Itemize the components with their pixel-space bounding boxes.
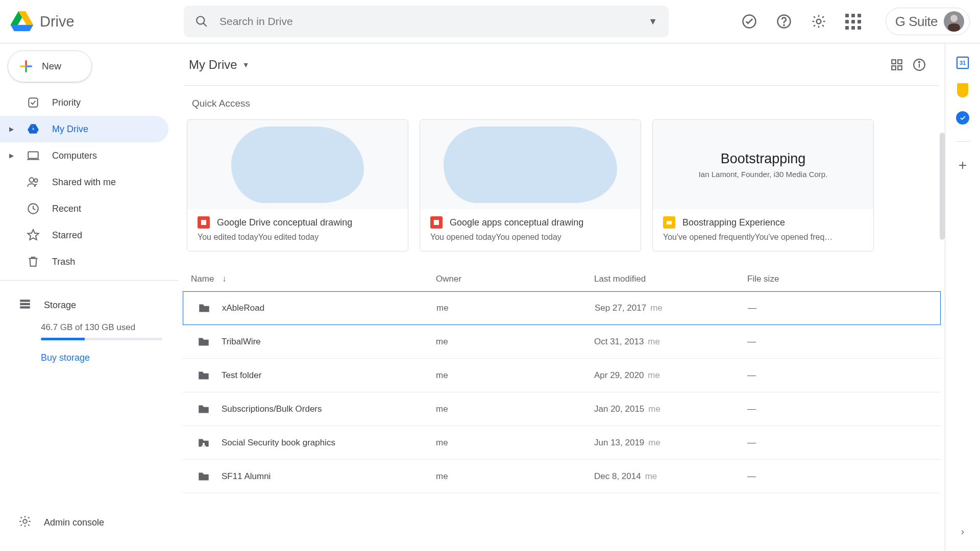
owner-cell: me — [436, 404, 594, 414]
file-name: Boostrapping Experience — [682, 217, 785, 228]
nav-label: Admin console — [44, 517, 104, 528]
nav-label: Starred — [52, 230, 82, 241]
add-addon-button[interactable]: + — [955, 158, 970, 172]
svg-rect-22 — [892, 66, 896, 70]
folder-icon — [197, 403, 210, 416]
quick-access-heading: Quick Access — [179, 86, 945, 119]
sidebar-item-storage[interactable]: Storage — [8, 292, 166, 318]
settings-gear-icon[interactable] — [807, 10, 830, 33]
table-row[interactable]: xAbleRoadmeSep 27, 2017me— — [183, 291, 941, 325]
thumbnail: Bootstrapping Ian Lamont, Founder, i30 M… — [653, 120, 873, 209]
owner-cell: me — [436, 438, 594, 448]
offline-status-icon[interactable] — [738, 10, 761, 33]
apps-grid-icon[interactable] — [842, 10, 865, 33]
search-icon — [195, 15, 208, 28]
file-activity: You've opened frequentlyYou've opened fr… — [663, 233, 863, 242]
gsuite-account-pill[interactable]: G Suite — [886, 8, 970, 35]
sidebar-item-shared[interactable]: Shared with me — [0, 169, 168, 195]
logo-area[interactable]: Drive — [10, 11, 184, 32]
tasks-addon-icon[interactable] — [955, 111, 970, 125]
table-row[interactable]: Test foldermeApr 29, 2020me— — [183, 359, 941, 392]
expand-caret-icon[interactable]: ▶ — [8, 126, 14, 133]
plus-icon — [18, 59, 34, 74]
storage-usage-text: 46.7 GB of 130 GB used — [41, 322, 166, 333]
svg-point-0 — [197, 16, 204, 24]
sidebar-item-priority[interactable]: Priority — [0, 89, 168, 116]
svg-rect-12 — [28, 152, 38, 158]
modified-cell: Jan 20, 2015me — [594, 404, 747, 414]
svg-rect-11 — [29, 98, 37, 107]
column-modified[interactable]: Last modified — [594, 274, 747, 284]
details-info-icon[interactable] — [908, 54, 930, 76]
buy-storage-link[interactable]: Buy storage — [41, 353, 90, 363]
keep-addon-icon[interactable] — [955, 83, 970, 97]
thumbnail — [420, 120, 641, 209]
search-options-caret-icon[interactable]: ▼ — [648, 16, 657, 27]
file-name: Social Security book graphics — [222, 438, 335, 448]
header: Drive ▼ G Suite — [0, 0, 980, 43]
sidebar-item-my-drive[interactable]: ▶ My Drive — [0, 116, 168, 142]
help-icon[interactable] — [772, 10, 796, 33]
svg-point-4 — [783, 25, 785, 26]
quick-access-card[interactable]: Google apps conceptual drawing You opene… — [420, 119, 641, 252]
sidebar-item-trash[interactable]: Trash — [0, 248, 168, 275]
table-row[interactable]: TribalWiremeOct 31, 2013me— — [183, 325, 941, 359]
svg-rect-18 — [20, 306, 30, 308]
sidebar: New Priority ▶ My Drive ▶ Computers Sha — [0, 43, 179, 551]
owner-cell: me — [436, 370, 594, 381]
sidebar-item-recent[interactable]: Recent — [0, 195, 168, 222]
svg-point-26 — [919, 62, 920, 63]
modified-cell: Oct 31, 2013me — [594, 337, 747, 347]
sidebar-item-starred[interactable]: Starred — [0, 222, 168, 248]
expand-caret-icon[interactable]: ▶ — [8, 152, 14, 159]
owner-cell: me — [436, 303, 595, 313]
layout-grid-toggle[interactable] — [886, 54, 908, 76]
sidebar-item-admin-console[interactable]: Admin console — [0, 509, 179, 536]
avatar[interactable] — [944, 11, 964, 32]
nav-label: Recent — [52, 204, 81, 214]
sidebar-item-computers[interactable]: ▶ Computers — [0, 142, 168, 169]
file-name: TribalWire — [222, 337, 261, 347]
drive-logo-icon — [10, 11, 34, 32]
slides-file-icon — [663, 216, 675, 229]
svg-rect-8 — [20, 65, 25, 67]
gsuite-label: G Suite — [895, 14, 938, 30]
svg-rect-9 — [27, 65, 32, 67]
calendar-addon-icon[interactable]: 31 — [955, 56, 970, 70]
file-activity: You edited todayYou edited today — [198, 233, 398, 242]
svg-point-19 — [23, 519, 27, 523]
search-bar[interactable]: ▼ — [184, 6, 669, 37]
scrollbar[interactable] — [940, 133, 945, 240]
my-drive-icon — [27, 122, 40, 136]
new-button[interactable]: New — [8, 51, 92, 82]
table-row[interactable]: SF11 AlumnimeDec 8, 2014me— — [183, 460, 941, 493]
column-name[interactable]: Name ↓ — [191, 274, 436, 284]
breadcrumb-label: My Drive — [189, 58, 237, 72]
owner-cell: me — [436, 337, 594, 347]
file-name: Test folder — [222, 370, 261, 381]
modified-cell: Jun 13, 2019me — [594, 438, 747, 448]
table-row[interactable]: Social Security book graphicsmeJun 13, 2… — [183, 426, 941, 460]
svg-rect-23 — [898, 66, 902, 70]
quick-access-card[interactable]: Bootstrapping Ian Lamont, Founder, i30 M… — [652, 119, 874, 252]
svg-point-5 — [816, 19, 821, 24]
svg-point-14 — [34, 179, 38, 183]
size-cell: — — [747, 370, 933, 381]
svg-point-27 — [203, 443, 205, 445]
nav-label: Computers — [52, 151, 97, 161]
table-row[interactable]: Subscriptions/Bulk OrdersmeJan 20, 2015m… — [183, 392, 941, 426]
svg-point-13 — [29, 178, 34, 182]
column-size[interactable]: File size — [747, 274, 933, 284]
app-name: Drive — [40, 13, 75, 30]
size-cell: — — [747, 404, 933, 414]
breadcrumb[interactable]: My Drive ▼ — [189, 58, 250, 72]
column-owner[interactable]: Owner — [436, 274, 594, 284]
quick-access-card[interactable]: Google Drive conceptual drawing You edit… — [187, 119, 408, 252]
file-name: Google Drive conceptual drawing — [217, 217, 352, 228]
search-input[interactable] — [219, 15, 637, 28]
modified-cell: Sep 27, 2017me — [595, 303, 748, 313]
admin-gear-icon — [18, 515, 32, 531]
size-cell: — — [747, 438, 933, 448]
collapse-rail-chevron-icon[interactable]: › — [952, 521, 973, 542]
header-actions: G Suite — [738, 8, 970, 35]
